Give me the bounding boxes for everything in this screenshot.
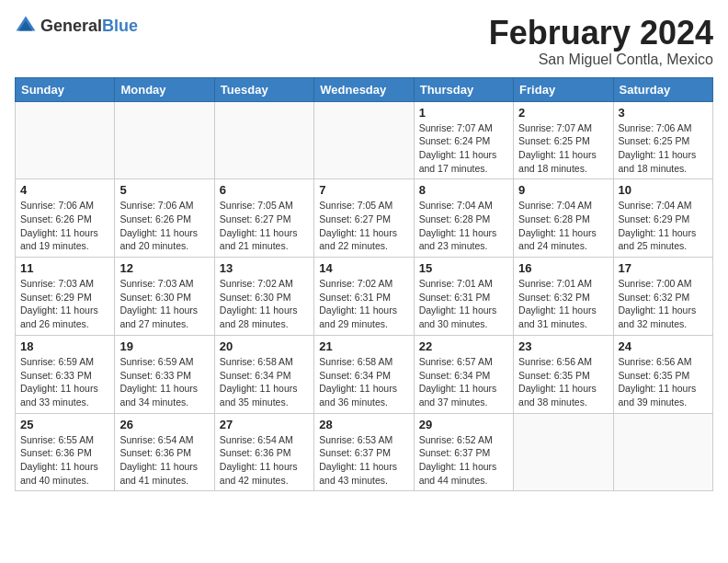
calendar-cell: 14Sunrise: 7:02 AM Sunset: 6:31 PM Dayli… xyxy=(314,258,414,336)
logo: GeneralBlue xyxy=(15,15,138,37)
day-number: 5 xyxy=(119,183,209,197)
day-number: 2 xyxy=(518,106,608,120)
calendar-cell: 2Sunrise: 7:07 AM Sunset: 6:25 PM Daylig… xyxy=(514,101,613,179)
day-number: 11 xyxy=(20,261,109,275)
calendar-cell: 28Sunrise: 6:53 AM Sunset: 6:37 PM Dayli… xyxy=(314,413,414,491)
calendar-cell: 22Sunrise: 6:57 AM Sunset: 6:34 PM Dayli… xyxy=(414,335,513,413)
logo-text: GeneralBlue xyxy=(40,17,138,36)
day-info: Sunrise: 7:04 AM Sunset: 6:29 PM Dayligh… xyxy=(619,199,708,253)
day-info: Sunrise: 6:58 AM Sunset: 6:34 PM Dayligh… xyxy=(220,355,309,409)
page-header: GeneralBlue February 2024 San Miguel Con… xyxy=(15,15,713,68)
calendar-cell: 3Sunrise: 7:06 AM Sunset: 6:25 PM Daylig… xyxy=(613,101,712,179)
calendar-week-4: 18Sunrise: 6:59 AM Sunset: 6:33 PM Dayli… xyxy=(16,335,713,413)
calendar-cell: 16Sunrise: 7:01 AM Sunset: 6:32 PM Dayli… xyxy=(514,258,613,336)
weekday-header-saturday: Saturday xyxy=(613,77,712,101)
calendar-cell xyxy=(16,101,115,179)
day-info: Sunrise: 7:00 AM Sunset: 6:32 PM Dayligh… xyxy=(619,277,708,331)
calendar-cell: 18Sunrise: 6:59 AM Sunset: 6:33 PM Dayli… xyxy=(16,335,115,413)
weekday-header-tuesday: Tuesday xyxy=(214,77,313,101)
day-number: 14 xyxy=(319,261,408,275)
day-info: Sunrise: 7:06 AM Sunset: 6:26 PM Dayligh… xyxy=(20,199,109,253)
day-number: 28 xyxy=(319,418,408,431)
day-info: Sunrise: 6:56 AM Sunset: 6:35 PM Dayligh… xyxy=(518,355,608,409)
day-info: Sunrise: 6:52 AM Sunset: 6:37 PM Dayligh… xyxy=(419,433,508,488)
day-number: 12 xyxy=(119,261,209,275)
day-number: 29 xyxy=(419,418,508,431)
day-number: 22 xyxy=(419,339,508,353)
day-number: 7 xyxy=(319,183,408,197)
day-number: 27 xyxy=(220,418,309,431)
logo-blue: Blue xyxy=(102,17,138,35)
calendar-cell: 29Sunrise: 6:52 AM Sunset: 6:37 PM Dayli… xyxy=(414,413,513,491)
calendar-cell: 10Sunrise: 7:04 AM Sunset: 6:29 PM Dayli… xyxy=(613,179,712,258)
logo-general: General xyxy=(40,17,102,35)
calendar-cell: 27Sunrise: 6:54 AM Sunset: 6:36 PM Dayli… xyxy=(214,413,313,491)
calendar-cell: 11Sunrise: 7:03 AM Sunset: 6:29 PM Dayli… xyxy=(16,258,115,336)
day-info: Sunrise: 7:02 AM Sunset: 6:30 PM Dayligh… xyxy=(220,277,309,331)
calendar-cell: 24Sunrise: 6:56 AM Sunset: 6:35 PM Dayli… xyxy=(613,335,712,413)
day-info: Sunrise: 7:01 AM Sunset: 6:32 PM Dayligh… xyxy=(518,277,608,331)
calendar-week-3: 11Sunrise: 7:03 AM Sunset: 6:29 PM Dayli… xyxy=(16,258,713,336)
day-number: 16 xyxy=(518,261,608,275)
weekday-header-friday: Friday xyxy=(514,77,613,101)
calendar-cell: 9Sunrise: 7:04 AM Sunset: 6:28 PM Daylig… xyxy=(514,179,613,258)
weekday-header-wednesday: Wednesday xyxy=(314,77,414,101)
calendar-cell: 23Sunrise: 6:56 AM Sunset: 6:35 PM Dayli… xyxy=(514,335,613,413)
day-info: Sunrise: 6:54 AM Sunset: 6:36 PM Dayligh… xyxy=(119,433,209,488)
location-title: San Miguel Contla, Mexico xyxy=(489,52,713,68)
calendar-cell: 19Sunrise: 6:59 AM Sunset: 6:33 PM Dayli… xyxy=(115,335,214,413)
day-info: Sunrise: 6:59 AM Sunset: 6:33 PM Dayligh… xyxy=(20,355,109,409)
day-number: 17 xyxy=(619,261,708,275)
day-info: Sunrise: 7:06 AM Sunset: 6:25 PM Dayligh… xyxy=(619,121,708,176)
calendar-cell xyxy=(115,101,214,179)
day-info: Sunrise: 7:07 AM Sunset: 6:25 PM Dayligh… xyxy=(518,121,608,176)
day-info: Sunrise: 6:56 AM Sunset: 6:35 PM Dayligh… xyxy=(619,355,708,409)
day-number: 9 xyxy=(518,183,608,197)
calendar-week-1: 1Sunrise: 7:07 AM Sunset: 6:24 PM Daylig… xyxy=(16,101,713,179)
day-info: Sunrise: 7:03 AM Sunset: 6:30 PM Dayligh… xyxy=(119,277,209,331)
day-number: 21 xyxy=(319,339,408,353)
day-number: 18 xyxy=(20,339,109,353)
calendar-cell: 21Sunrise: 6:58 AM Sunset: 6:34 PM Dayli… xyxy=(314,335,414,413)
day-number: 8 xyxy=(419,183,508,197)
calendar-cell: 6Sunrise: 7:05 AM Sunset: 6:27 PM Daylig… xyxy=(214,179,313,258)
calendar-cell: 8Sunrise: 7:04 AM Sunset: 6:28 PM Daylig… xyxy=(414,179,513,258)
day-info: Sunrise: 7:05 AM Sunset: 6:27 PM Dayligh… xyxy=(319,199,408,253)
calendar-cell: 13Sunrise: 7:02 AM Sunset: 6:30 PM Dayli… xyxy=(214,258,313,336)
day-number: 25 xyxy=(20,418,109,431)
weekday-header-thursday: Thursday xyxy=(414,77,513,101)
day-number: 19 xyxy=(119,339,209,353)
day-info: Sunrise: 7:07 AM Sunset: 6:24 PM Dayligh… xyxy=(419,121,508,176)
day-number: 3 xyxy=(619,106,708,120)
calendar-header: SundayMondayTuesdayWednesdayThursdayFrid… xyxy=(16,77,713,101)
month-title: February 2024 xyxy=(489,15,713,52)
day-number: 4 xyxy=(20,183,109,197)
weekday-header-sunday: Sunday xyxy=(16,77,115,101)
day-number: 15 xyxy=(419,261,508,275)
calendar-cell: 5Sunrise: 7:06 AM Sunset: 6:26 PM Daylig… xyxy=(115,179,214,258)
day-info: Sunrise: 6:59 AM Sunset: 6:33 PM Dayligh… xyxy=(119,355,209,409)
day-info: Sunrise: 6:55 AM Sunset: 6:36 PM Dayligh… xyxy=(20,433,109,488)
calendar-cell xyxy=(514,413,613,491)
calendar-week-2: 4Sunrise: 7:06 AM Sunset: 6:26 PM Daylig… xyxy=(16,179,713,258)
calendar-body: 1Sunrise: 7:07 AM Sunset: 6:24 PM Daylig… xyxy=(16,101,713,491)
day-info: Sunrise: 7:02 AM Sunset: 6:31 PM Dayligh… xyxy=(319,277,408,331)
day-number: 10 xyxy=(619,183,708,197)
day-info: Sunrise: 7:04 AM Sunset: 6:28 PM Dayligh… xyxy=(518,199,608,253)
day-info: Sunrise: 7:04 AM Sunset: 6:28 PM Dayligh… xyxy=(419,199,508,253)
calendar-week-5: 25Sunrise: 6:55 AM Sunset: 6:36 PM Dayli… xyxy=(16,413,713,491)
calendar-cell xyxy=(214,101,313,179)
day-info: Sunrise: 6:53 AM Sunset: 6:37 PM Dayligh… xyxy=(319,433,408,488)
day-info: Sunrise: 7:06 AM Sunset: 6:26 PM Dayligh… xyxy=(119,199,209,253)
weekday-row: SundayMondayTuesdayWednesdayThursdayFrid… xyxy=(16,77,713,101)
calendar-table: SundayMondayTuesdayWednesdayThursdayFrid… xyxy=(15,77,713,492)
calendar-cell: 7Sunrise: 7:05 AM Sunset: 6:27 PM Daylig… xyxy=(314,179,414,258)
day-number: 24 xyxy=(619,339,708,353)
day-number: 1 xyxy=(419,106,508,120)
calendar-cell xyxy=(314,101,414,179)
calendar-cell xyxy=(613,413,712,491)
day-info: Sunrise: 6:57 AM Sunset: 6:34 PM Dayligh… xyxy=(419,355,508,409)
title-block: February 2024 San Miguel Contla, Mexico xyxy=(489,15,713,68)
day-info: Sunrise: 7:01 AM Sunset: 6:31 PM Dayligh… xyxy=(419,277,508,331)
day-info: Sunrise: 7:03 AM Sunset: 6:29 PM Dayligh… xyxy=(20,277,109,331)
